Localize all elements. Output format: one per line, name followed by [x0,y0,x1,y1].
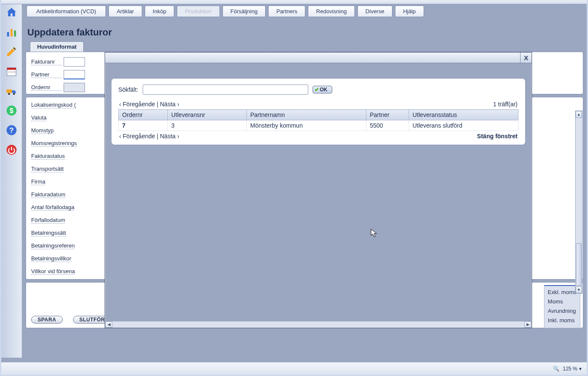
check-icon: ✔ [315,87,319,93]
label-momstyp: Momstyp [31,127,54,134]
svg-rect-7 [14,71,15,73]
label-fakturadatum: Fakturadatum [31,191,65,198]
results-prev[interactable]: ‹ Föregående [119,101,155,108]
search-panel: Sökfält: ✔OK ‹ Föregående | Nästa › 1 tr… [111,78,526,145]
ok-button[interactable]: ✔OK [313,86,332,93]
cell-utleveransnr: 3 [168,120,247,131]
label-firma: Firma [31,178,45,185]
svg-rect-0 [7,32,9,37]
label-betalningssatt: Betalningssätt [31,230,66,236]
label-transportsatt: Transportsätt [31,166,64,172]
scroll-track[interactable] [112,321,524,327]
nav-tab-partners[interactable]: Partners [268,6,305,17]
search-modal: X Sökfält: ✔OK ‹ Föregående | Nästa › [105,52,532,328]
results-next[interactable]: Nästa › [160,101,179,108]
nav-tab-artiklar[interactable]: Artiklar [108,6,142,17]
chart-icon[interactable] [5,25,18,39]
scroll-up-icon[interactable]: ▲ [576,111,582,118]
cell-partnernamn: Mönsterby kommun [247,120,366,131]
total-exkl-moms: Exkl. moms [548,288,576,297]
input-ordernr[interactable] [64,83,85,92]
svg-rect-5 [9,71,10,73]
input-partner[interactable] [64,70,85,79]
money-icon[interactable]: $ [5,104,18,117]
nav-tab-inkop[interactable]: Inköp [145,6,175,17]
label-forfallodatum: Förfallodatum [31,217,65,224]
power-icon[interactable] [5,143,18,157]
help-icon[interactable]: ? [5,123,18,137]
modal-horizontal-scrollbar[interactable]: ◀ ▶ [105,321,531,327]
status-bar: 🔍 125 % ▾ [1,362,587,375]
total-avrundning: Avrundning [548,306,576,316]
col-status[interactable]: Utleveransstatus [409,110,518,120]
total-inkl-moms: Inkl. moms [548,316,576,325]
svg-text:$: $ [9,107,13,114]
cell-ordernr[interactable]: 7 [119,120,168,131]
label-fakturastatus: Fakturastatus [31,153,65,160]
zoom-dropdown[interactable]: 125 % ▾ [563,366,582,372]
input-fakturanr[interactable] [64,57,85,67]
scroll-down-icon[interactable]: ▼ [576,286,582,293]
home-icon[interactable] [5,6,18,19]
label-villkor-forsenad: Villkor vid försena [31,268,75,275]
svg-point-9 [8,93,10,95]
label-ordernr: Ordernr [31,84,62,91]
results-prev-bottom[interactable]: ‹ Föregående [119,133,155,140]
label-betalningsvillkor: Betalningsvillkor [31,255,71,262]
label-partner: Partner [31,71,62,78]
svg-text:?: ? [9,126,14,134]
scroll-thumb[interactable] [576,243,582,286]
nav-tab-produktion: Produktion [177,6,219,17]
svg-rect-4 [7,68,16,70]
col-partner[interactable]: Partner [366,110,409,120]
svg-rect-1 [11,29,13,37]
scroll-left-icon[interactable]: ◀ [105,321,112,328]
nav-tab-redovisning[interactable]: Redovisning [308,6,355,17]
save-button[interactable]: SPARA [31,316,63,324]
col-utleveransnr[interactable]: Utleveransnr [168,110,247,120]
total-moms: Moms [548,297,576,306]
svg-rect-6 [11,71,13,73]
edit-icon[interactable] [5,45,18,58]
nav-tab-hjalp[interactable]: Hjälp [395,6,424,17]
label-antal-forfallodagar: Antal förfallodaga [31,204,74,211]
chevron-down-icon: ▾ [579,366,582,372]
truck-icon[interactable] [5,84,18,98]
col-partnernamn[interactable]: Partnernamn [247,110,366,120]
top-nav-tabs: Artikelinformation (VCD) Artiklar Inköp … [22,4,587,17]
label-valuta: Valuta [31,114,47,121]
cell-partner: 5500 [366,120,409,131]
page-title: Uppdatera fakturor [22,17,587,41]
nav-tab-artikelinformation[interactable]: Artikelinformation (VCD) [26,6,106,17]
label-momsregistrering: Momsregistrerings [31,140,77,147]
left-toolbar: $ ? [1,4,22,358]
label-betalningsreferens: Betalningsreferen [31,242,75,249]
svg-rect-8 [6,90,12,93]
label-lokaliseringskod: Lokaliseringskod ( [31,102,76,108]
magnifier-icon[interactable]: 🔍 [553,366,559,372]
hit-count: 1 träff(ar) [493,101,518,108]
label-fakturanr: Fakturanr [31,58,62,65]
nav-tab-forsaljning[interactable]: Försäljning [222,6,266,17]
nav-tab-diverse[interactable]: Diverse [357,6,392,17]
results-next-bottom[interactable]: Nästa › [160,133,179,140]
calendar-icon[interactable] [5,64,18,78]
svg-point-10 [13,93,15,95]
cell-status: Utleverans slutförd [409,120,518,131]
col-ordernr[interactable]: Ordernr [119,110,168,120]
scroll-right-icon[interactable]: ▶ [524,321,531,328]
tab-huvudinformation[interactable]: Huvudinformat [30,41,84,52]
search-input[interactable] [143,85,308,95]
search-field-label: Sökfält: [118,86,138,93]
window-top-strip [1,0,587,4]
results-table: Ordernr Utleveransnr Partnernamn Partner… [118,109,518,131]
table-row[interactable]: 7 3 Mönsterby kommun 5500 Utleverans slu… [119,120,518,131]
svg-rect-2 [14,31,16,37]
modal-titlebar: X [105,52,532,63]
details-vertical-scrollbar[interactable]: ▲ ▼ [575,111,582,294]
close-window-link[interactable]: Stäng fönstret [477,133,518,140]
modal-close-button[interactable]: X [520,52,532,63]
